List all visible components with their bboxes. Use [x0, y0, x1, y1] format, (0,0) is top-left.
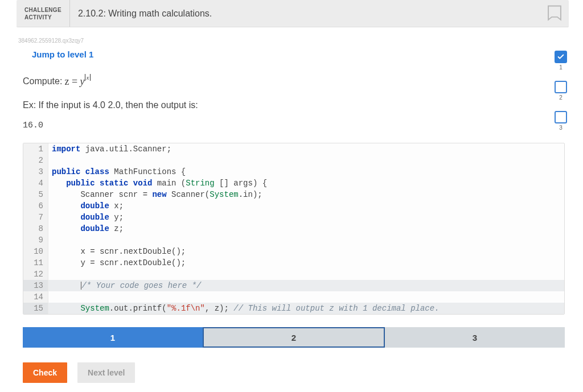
- jump-to-level-link[interactable]: Jump to level 1: [32, 49, 93, 59]
- code-line[interactable]: 2: [23, 155, 564, 166]
- code-line[interactable]: 10 x = scnr.nextDouble();: [23, 246, 564, 257]
- example-text: Ex: If the input is 4.0 2.0, then the ou…: [23, 100, 555, 110]
- code-line[interactable]: 6 double x;: [23, 200, 564, 212]
- line-number: 8: [23, 223, 48, 234]
- code-line[interactable]: 15 System.out.printf("%.1f\n", z); // Th…: [23, 303, 564, 314]
- level-box-empty: [555, 111, 567, 123]
- code-line[interactable]: 4 public static void main (String [] arg…: [23, 178, 564, 189]
- code-line[interactable]: 3public class MathFunctions {: [23, 166, 564, 178]
- level-box-2[interactable]: 2: [555, 81, 567, 101]
- line-number: 2: [23, 155, 48, 166]
- bookmark-icon[interactable]: [546, 5, 563, 26]
- line-number: 5: [23, 189, 48, 200]
- level-box-1[interactable]: 1: [555, 51, 567, 71]
- code-content[interactable]: double y;: [48, 212, 124, 223]
- code-line[interactable]: 5 Scanner scnr = new Scanner(System.in);: [23, 189, 564, 200]
- line-number: 6: [23, 200, 48, 212]
- var-y: y: [80, 76, 85, 87]
- level-number: 1: [559, 64, 563, 71]
- attempt-tab-3[interactable]: 3: [385, 327, 565, 348]
- line-number: 14: [23, 291, 48, 303]
- attempt-tab-2[interactable]: 2: [203, 327, 385, 348]
- code-line[interactable]: 13 /* Your code goes here */: [23, 280, 564, 291]
- label-line-1: CHALLENGE: [24, 6, 61, 14]
- exp-var: x: [87, 74, 89, 81]
- code-content[interactable]: [48, 155, 56, 166]
- code-content[interactable]: import java.util.Scanner;: [48, 143, 171, 155]
- meta-id: 384962.2559128.qx3zqy7: [18, 38, 583, 44]
- line-number: 4: [23, 178, 48, 189]
- challenge-activity-label: CHALLENGE ACTIVITY: [17, 0, 70, 27]
- code-content[interactable]: x = scnr.nextDouble();: [48, 246, 186, 257]
- check-icon: [555, 51, 567, 63]
- level-number: 2: [559, 94, 563, 101]
- label-line-2: ACTIVITY: [24, 14, 61, 21]
- line-number: 3: [23, 166, 48, 178]
- activity-header: CHALLENGE ACTIVITY 2.10.2: Writing math …: [17, 0, 569, 27]
- code-line[interactable]: 8 double z;: [23, 223, 564, 234]
- attempt-tab-1[interactable]: 1: [23, 327, 203, 348]
- line-number: 11: [23, 257, 48, 269]
- compute-prompt: Compute: z = yx: [23, 75, 555, 88]
- code-content[interactable]: /* Your code goes here */: [48, 280, 201, 291]
- code-line[interactable]: 9: [23, 234, 564, 246]
- code-content[interactable]: public static void main (String [] args)…: [48, 178, 267, 189]
- line-number: 15: [23, 303, 48, 314]
- equals: =: [72, 76, 80, 87]
- line-number: 12: [23, 269, 48, 280]
- activity-title: 2.10.2: Writing math calculations.: [70, 0, 212, 27]
- code-line[interactable]: 12: [23, 269, 564, 280]
- level-number: 3: [559, 125, 563, 131]
- line-number: 13: [23, 280, 48, 291]
- line-number: 9: [23, 234, 48, 246]
- code-content[interactable]: public class MathFunctions {: [48, 166, 186, 178]
- next-level-button: Next level: [77, 362, 135, 383]
- code-line[interactable]: 11 y = scnr.nextDouble();: [23, 257, 564, 269]
- code-content[interactable]: [48, 291, 56, 303]
- code-content[interactable]: [48, 234, 56, 246]
- code-line[interactable]: 14: [23, 291, 564, 303]
- code-content[interactable]: [48, 269, 56, 280]
- example-output: 16.0: [23, 121, 555, 130]
- level-box-3[interactable]: 3: [555, 111, 567, 131]
- check-button[interactable]: Check: [23, 362, 67, 383]
- level-progress: 123: [555, 51, 567, 131]
- var-z: z: [64, 76, 69, 87]
- code-content[interactable]: Scanner scnr = new Scanner(System.in);: [48, 189, 262, 200]
- code-content[interactable]: y = scnr.nextDouble();: [48, 257, 186, 269]
- code-line[interactable]: 7 double y;: [23, 212, 564, 223]
- code-editor[interactable]: 1import java.util.Scanner;2 3public clas…: [23, 143, 565, 315]
- button-row: Check Next level: [23, 362, 565, 383]
- level-box-empty: [555, 81, 567, 93]
- line-number: 10: [23, 246, 48, 257]
- code-line[interactable]: 1import java.util.Scanner;: [23, 143, 564, 155]
- code-content[interactable]: double z;: [48, 223, 124, 234]
- code-content[interactable]: double x;: [48, 200, 124, 212]
- compute-label: Compute:: [23, 76, 62, 86]
- code-content[interactable]: System.out.printf("%.1f\n", z); // This …: [48, 303, 440, 314]
- line-number: 7: [23, 212, 48, 223]
- attempt-tabs: 1 2 3: [23, 327, 565, 348]
- line-number: 1: [23, 143, 48, 155]
